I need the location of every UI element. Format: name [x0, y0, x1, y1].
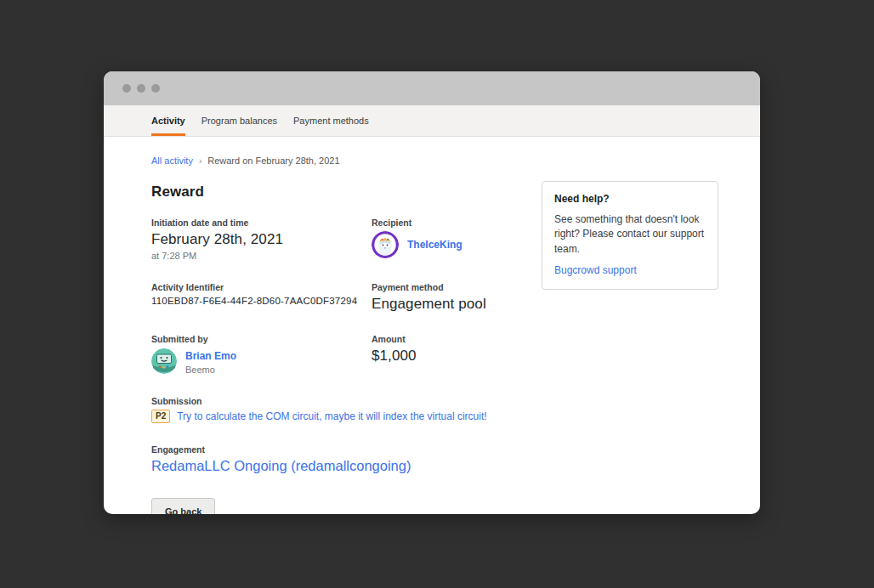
severity-badge: P2 [151, 410, 170, 423]
field-label: Amount [372, 334, 627, 344]
recipient-avatar [372, 231, 399, 258]
window-titlebar [104, 71, 760, 105]
field-label: Submitted by [151, 334, 372, 344]
activity-identifier-value: 110EBD87-F6E4-44F2-8D60-7AAC0DF37294 [151, 296, 372, 306]
window-control-dot[interactable] [122, 84, 131, 93]
field-submitted-by: Submitted by Brian Emo [151, 334, 372, 375]
field-activity-identifier: Activity Identifier 110EBD87-F6E4-44F2-8… [151, 282, 372, 306]
field-submission: Submission P2 Try to calculate the COM c… [151, 396, 627, 423]
field-label: Activity Identifier [151, 282, 372, 292]
window-control-dot[interactable] [137, 84, 145, 93]
need-help-panel: Need help? See something that doesn't lo… [542, 181, 718, 290]
tab-activity[interactable]: Activity [151, 105, 185, 136]
field-label: Initiation date and time [151, 218, 372, 228]
submitter-name-link[interactable]: Brian Emo [185, 350, 236, 362]
tab-bar: Activity Program balances Payment method… [104, 105, 760, 137]
field-engagement: Engagement RedamaLLC Ongoing (redamallco… [151, 444, 627, 474]
amount-value: $1,000 [372, 348, 627, 365]
breadcrumb-current: Reward on February 28th, 2021 [207, 155, 339, 166]
submitter-org: Beemo [185, 365, 236, 375]
initiation-time-value: at 7:28 PM [151, 251, 372, 261]
field-initiation-date: Initiation date and time February 28th, … [151, 218, 372, 261]
field-label: Submission [151, 396, 627, 406]
go-back-button[interactable]: Go back [151, 498, 215, 514]
initiation-date-value: February 28th, 2021 [151, 231, 372, 248]
breadcrumb-all-activity-link[interactable]: All activity [151, 155, 193, 166]
field-label: Engagement [151, 444, 627, 455]
desktop-background: { "tabs": [ { "label": "Activity", "acti… [0, 0, 874, 588]
submission-title-link[interactable]: Try to calculate the COM circuit, maybe … [177, 410, 486, 422]
window-control-dot[interactable] [151, 84, 160, 93]
browser-window: Activity Program balances Payment method… [104, 71, 760, 514]
breadcrumb: All activity › Reward on February 28th, … [151, 155, 760, 166]
payment-method-value: Engagement pool [372, 296, 627, 313]
need-help-title: Need help? [554, 193, 706, 205]
bugcrowd-support-link[interactable]: Bugcrowd support [554, 264, 637, 276]
submitter-avatar [151, 348, 177, 374]
field-amount: Amount $1,000 [372, 334, 627, 365]
need-help-body: See something that doesn't look right? P… [554, 212, 706, 257]
engagement-link[interactable]: RedamaLLC Ongoing (redamallcongoing) [151, 458, 411, 473]
tab-payment-methods[interactable]: Payment methods [293, 105, 369, 136]
tab-program-balances[interactable]: Program balances [201, 105, 277, 136]
breadcrumb-separator-icon: › [199, 156, 201, 166]
recipient-name-link[interactable]: TheIceKing [407, 239, 463, 251]
